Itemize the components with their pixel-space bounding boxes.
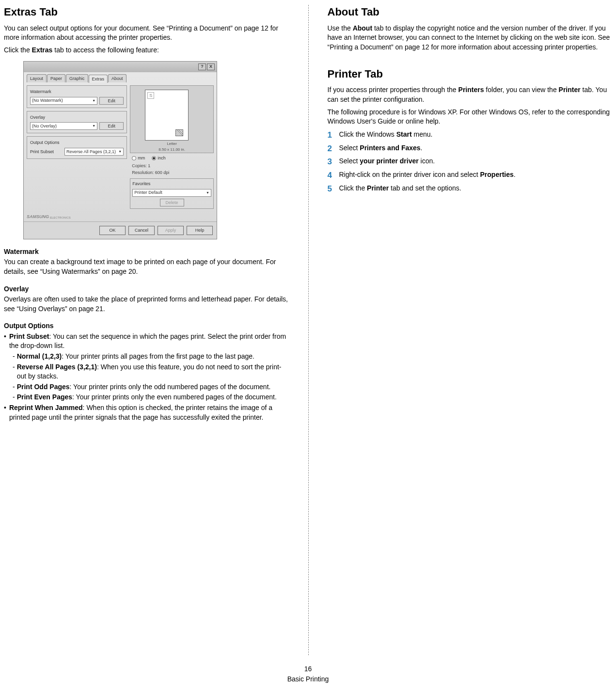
- print-properties-dialog: ? X Layout Paper Graphic Extras About: [23, 61, 217, 239]
- watermark-combo: (No Watermark) ▼: [30, 97, 97, 105]
- step-5: 5 Click the Printer tab and set the opti…: [328, 183, 613, 195]
- overlay-value: (No Overlay): [32, 123, 57, 129]
- p1-mid: folder, you can view the: [484, 86, 558, 94]
- step-number: 3: [328, 156, 339, 168]
- overlay-label: Overlay: [30, 114, 124, 121]
- dash-mark: -: [13, 352, 17, 362]
- tab-graphic: Graphic: [66, 74, 88, 83]
- about-tab-heading: About Tab: [328, 5, 613, 20]
- odd-text: : Your printer prints only the odd numbe…: [70, 383, 271, 391]
- extras-tab-heading: Extras Tab: [4, 5, 289, 20]
- extras-intro: You can select output options for your d…: [4, 24, 289, 43]
- s5-bold: Printer: [367, 184, 389, 192]
- overlay-paragraph: Overlays are often used to take the plac…: [4, 295, 289, 314]
- extras-intro-2: Click the Extras tab to access the follo…: [4, 46, 289, 55]
- printer-tab-heading: Printer Tab: [328, 67, 613, 82]
- about-paragraph: Use the About tab to display the copyrig…: [328, 24, 613, 52]
- normal-text: : Your printer prints all pages from the…: [62, 352, 254, 360]
- footer-label: Basic Printing: [0, 675, 616, 684]
- bullet-mark: •: [4, 332, 9, 351]
- preview-s-mark: S: [147, 92, 154, 99]
- intro2-pre: Click the: [4, 46, 32, 54]
- s5-pre: Click the: [339, 184, 367, 192]
- favorites-combo: Printer Default ▼: [132, 189, 211, 197]
- intro2-post: tab to access the following feature:: [52, 46, 158, 54]
- even-bold: Print Even Pages: [17, 393, 72, 401]
- watermark-paragraph: You can create a background text image t…: [4, 257, 289, 276]
- reverse-bold: Reverse All Pages (3,2,1): [17, 363, 97, 371]
- tab-layout: Layout: [27, 74, 47, 83]
- odd-bold: Print Odd Pages: [17, 383, 70, 391]
- normal-sub-bullet: - Normal (1,2,3): Your printer prints al…: [4, 352, 289, 362]
- overlay-heading: Overlay: [4, 284, 289, 294]
- even-text: : Your printer prints only the even numb…: [72, 393, 277, 401]
- watermark-heading: Watermark: [4, 247, 289, 257]
- unit-inch-label: inch: [158, 156, 166, 160]
- preview-hatch: [175, 129, 183, 136]
- about-bold: About: [353, 24, 372, 32]
- reverse-sub-bullet: - Reverse All Pages (3,2,1): When you us…: [4, 363, 289, 381]
- preview-size-name: Letter: [130, 141, 213, 146]
- odd-sub-bullet: - Print Odd Pages: Your printer prints o…: [4, 382, 289, 392]
- s4-bold: Properties: [480, 171, 514, 178]
- s2-bold: Printers and Faxes: [360, 144, 420, 152]
- dash-mark: -: [13, 363, 17, 381]
- overlay-combo: (No Overlay) ▼: [30, 122, 97, 130]
- step-text: Click the Printer tab and set the option…: [339, 183, 613, 193]
- bullet-text: Print Subset: You can set the sequence i…: [9, 332, 289, 351]
- print-subset-combo: Reverse All Pages (3,2,1) ▼: [64, 148, 124, 156]
- step-text: Right-click on the printer driver icon a…: [339, 170, 613, 180]
- tab-about: About: [108, 74, 126, 83]
- samsung-logo: SAMSUNG: [27, 214, 49, 220]
- sub-bullet-text: Print Even Pages: Your printer prints on…: [17, 393, 277, 402]
- s3-pre: Select: [339, 157, 360, 165]
- page-number: 16: [0, 664, 616, 674]
- chevron-down-icon: ▼: [206, 190, 209, 195]
- preview-page: S: [145, 90, 189, 141]
- print-subset-bullet: • Print Subset: You can set the sequence…: [4, 332, 289, 351]
- dialog-tabs: Layout Paper Graphic Extras About: [27, 74, 214, 83]
- print-subset-label: Print Subset: [30, 149, 62, 155]
- steps-list: 1 Click the Windows Start menu. 2 Select…: [328, 129, 613, 195]
- chevron-down-icon: ▼: [92, 98, 95, 103]
- help-icon: ?: [198, 63, 206, 70]
- radio-mm: [132, 156, 136, 160]
- ps-text: : You can set the sequence in which the …: [9, 332, 286, 350]
- s1-post: menu.: [412, 130, 433, 138]
- copies-info: Copies: 1: [130, 162, 214, 170]
- tab-paper: Paper: [47, 74, 65, 83]
- step-2: 2 Select Printers and Faxes.: [328, 143, 613, 155]
- s1-pre: Click the Windows: [339, 130, 396, 138]
- sub-bullet-text: Print Odd Pages: Your printer prints onl…: [17, 382, 271, 392]
- step-4: 4 Right-click on the printer driver icon…: [328, 170, 613, 181]
- bullet-mark: •: [4, 403, 9, 422]
- radio-inch: [152, 156, 156, 160]
- column-divider: [308, 5, 309, 655]
- intro2-bold: Extras: [32, 46, 53, 54]
- p1-pre: If you access printer properties through…: [328, 86, 458, 94]
- preview-box: S Letter 8.50 x 11.00 in.: [130, 85, 214, 153]
- favorites-delete-button: Delete: [160, 199, 184, 206]
- bullet-text: Reprint When Jammed: When this option is…: [9, 403, 289, 422]
- unit-mm-label: mm: [138, 156, 145, 160]
- step-number: 2: [328, 143, 339, 155]
- resolution-info: Resolution: 600 dpi: [130, 169, 214, 176]
- step-3: 3 Select your printer driver icon.: [328, 156, 613, 168]
- p1-bold1: Printers: [458, 86, 484, 94]
- ok-button: OK: [99, 226, 126, 235]
- reprint-bold: Reprint When Jammed: [9, 404, 83, 411]
- normal-bold: Normal (1,2,3): [17, 352, 62, 360]
- s3-bold: your printer driver: [360, 157, 418, 165]
- chevron-down-icon: ▼: [118, 149, 122, 154]
- s1-bold: Start: [396, 130, 412, 138]
- right-column: About Tab Use the About tab to display t…: [308, 5, 616, 423]
- page-footer: 16 Basic Printing: [0, 664, 616, 684]
- output-options-label: Output Options: [30, 140, 124, 146]
- ps-bold: Print Subset: [9, 332, 49, 340]
- watermark-fieldset: Watermark (No Watermark) ▼ Edit: [27, 85, 127, 108]
- logo-row: SAMSUNG ELECTRONICS: [24, 212, 217, 222]
- s4-pre: Right-click on the printer driver icon a…: [339, 171, 480, 178]
- favorites-label: Favorites: [132, 181, 211, 187]
- cancel-button: Cancel: [128, 226, 155, 235]
- output-options-heading: Output Options: [4, 321, 289, 331]
